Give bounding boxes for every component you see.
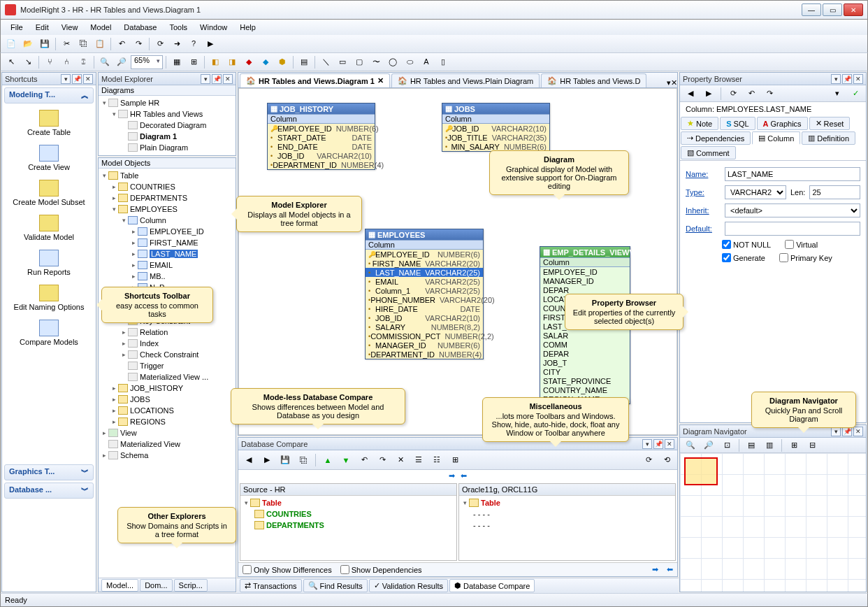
shortcuts-pin-button[interactable]: 📌 [72,74,82,84]
zoom-combo[interactable]: 65% [131,55,163,69]
default-input[interactable] [725,222,860,236]
copy-button[interactable]: ⿻ [75,36,91,52]
shortcuts-section-graphics[interactable]: Graphics T...︾ [4,464,94,480]
zoom-out-button[interactable]: 🔎 [114,55,129,70]
shortcut-compare-models[interactable]: Compare Models [2,315,96,350]
branch1-button[interactable]: ⑂ [42,55,57,70]
ellipse2-button[interactable]: ⬭ [402,55,417,70]
tree-matview[interactable]: Materialized View ... [100,371,234,383]
entity-employees[interactable]: ▦EMPLOYEES Column 🔑EMPLOYEE_IDNUMBER(6)•… [365,229,484,359]
rrect-button[interactable]: ▢ [352,55,367,70]
tree-col-employee-id[interactable]: ▸EMPLOYEE_ID [100,226,234,237]
grid-button[interactable]: ▦ [169,55,185,70]
close-button[interactable]: ✕ [844,3,863,16]
branch3-button[interactable]: ⑄ [75,55,91,70]
btab-validation[interactable]: ✓Validation Results [369,579,448,592]
tree-diagram-plain[interactable]: Plain Diagram [100,142,234,153]
line-button[interactable]: ＼ [318,55,333,70]
diagram-tab-3[interactable]: 🏠HR Tables and Views.D [541,73,646,87]
layout-button[interactable]: ▤ [296,55,312,70]
tree-view-root[interactable]: ▸View [100,427,234,438]
box1-button[interactable]: ◧ [208,55,223,70]
diagram-tab-2[interactable]: 🏠HR Tables and Views.Plain Diagram [391,73,540,87]
shortcuts-close-button[interactable]: ✕ [83,74,93,84]
shortcuts-section-modeling[interactable]: Modeling T...︽ [4,87,94,103]
shortcuts-section-database[interactable]: Database ...︾ [4,483,94,499]
dbcmp-fwd[interactable]: ▶ [259,452,275,468]
db-compare-dropdown[interactable]: ▾ [642,439,652,449]
forward-button[interactable]: ➜ [169,36,185,52]
menu-file[interactable]: File [5,22,29,33]
pb-fwd[interactable]: ▶ [701,86,716,101]
model-explorer-dropdown[interactable]: ▾ [201,74,210,84]
tree-root[interactable]: ▾Sample HR [100,97,234,108]
undo-button[interactable]: ↶ [114,36,129,52]
entity-job-history[interactable]: ▦JOB_HISTORY Column 🔑EMPLOYEE_IDNUMBER(6… [267,103,375,170]
inherit-select[interactable]: <default> [725,203,860,217]
notnull-checkbox[interactable]: NOT NULL [722,240,771,249]
navigator-canvas[interactable] [680,453,866,592]
pb-back[interactable]: ◀ [683,86,698,101]
tree-matview-root[interactable]: Materialized View [100,438,234,450]
dbcmp-left-countries[interactable]: COUNTRIES [242,508,455,520]
explorer-tab-scripts[interactable]: Scrip... [174,579,208,592]
entity-jobs[interactable]: ▦JOBS Column 🔑JOB_IDVARCHAR2(10)•JOB_TIT… [442,103,550,152]
pb-apply[interactable]: ✓ [848,86,863,101]
dbcmp-right-row1[interactable]: - - - - [461,508,674,520]
shortcut-edit-naming[interactable]: Edit Naming Options [2,280,96,315]
dbcmp-left-departments[interactable]: DEPARTMENTS [242,520,455,531]
menu-window[interactable]: Window [194,22,233,33]
branch2-button[interactable]: ⑃ [59,55,74,70]
navigator-viewport[interactable] [684,457,718,485]
generate-checkbox[interactable]: Generate [722,253,765,262]
tree-col-trunc1[interactable]: ▸MB.. [100,271,234,282]
dbcmp-save[interactable]: 💾 [277,452,293,468]
db-compare-close[interactable]: ✕ [665,439,674,449]
menu-view[interactable]: View [56,22,84,33]
pb-tab-sql[interactable]: SSQL [720,117,755,130]
explorer-tab-domains[interactable]: Dom... [140,579,172,592]
dbcmp-redo[interactable]: ↷ [375,452,390,468]
db-compare-pin[interactable]: 📌 [653,439,663,449]
tree-folder[interactable]: ▾HR Tables and Views [100,108,234,120]
nav-layout2[interactable]: ▥ [762,438,777,453]
shortcut-validate-model[interactable]: Validate Model [2,210,96,245]
explorer-tab-model[interactable]: Model... [101,579,138,592]
tree-table-jobs[interactable]: ▸JOBS [100,394,234,405]
btab-transactions[interactable]: ⇄Transactions [240,579,302,592]
pointer-button[interactable]: ↖ [3,55,19,70]
image-button[interactable]: ▯ [435,55,451,70]
pk-checkbox[interactable]: Primary Key [779,253,832,262]
nav-fit[interactable]: ⊡ [719,438,735,453]
len-input[interactable] [809,185,860,199]
next-button[interactable]: ▶ [203,36,218,52]
tree-table-root[interactable]: ▾Table [100,170,234,181]
tree-index[interactable]: ▸Index [100,338,234,349]
cyl-button[interactable]: ⬢ [275,55,290,70]
relation-button[interactable]: ↘ [20,55,36,70]
dbcmp-refresh[interactable]: ⟳ [641,452,656,468]
pb-tab-comment[interactable]: ▧Comment [681,146,736,159]
dbcmp-left-table[interactable]: ▾Table [242,497,455,508]
tree-table-locations[interactable]: ▸LOCATIONS [100,405,234,416]
new-button[interactable]: 📄 [3,36,19,52]
dbcmp-right-table[interactable]: ▾Table [461,497,674,508]
box2-button[interactable]: ◨ [224,55,240,70]
diagram-close[interactable]: ✕ [671,78,677,87]
diagram-tab-1[interactable]: 🏠HR Tables and Views.Diagram 1✕ [240,73,390,87]
tree-relation[interactable]: ▸Relation [100,327,234,338]
box3-button[interactable]: ◆ [241,55,256,70]
dbcmp-del[interactable]: ✕ [393,452,408,468]
tree-table-regions[interactable]: ▸REGIONS [100,416,234,427]
maximize-button[interactable]: ▭ [823,3,842,16]
nav-zoom-out[interactable]: 🔎 [701,438,716,453]
virtual-checkbox[interactable]: Virtual [785,240,818,249]
pb-tab-note[interactable]: ★Note [681,117,718,130]
tree-check-constraint[interactable]: ▸Check Constraint [100,349,234,360]
tree-diagram-1[interactable]: Diagram 1 [100,131,234,142]
help-button[interactable]: ? [186,36,201,52]
redo-button[interactable]: ↷ [131,36,146,52]
nav-zoom-in[interactable]: 🔍 [683,438,698,453]
nav-close[interactable]: ✕ [853,427,863,436]
model-explorer-close[interactable]: ✕ [223,74,233,84]
